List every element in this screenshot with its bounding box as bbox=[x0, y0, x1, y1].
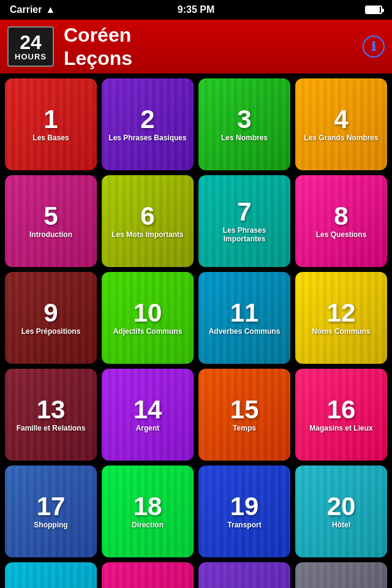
lesson-tile-7[interactable]: 7Les Phrases Importantes bbox=[198, 175, 290, 267]
lesson-tile-24[interactable]: 24Autres bbox=[295, 562, 387, 588]
app-logo: 24 HOURS bbox=[7, 26, 54, 67]
lesson-tile-22[interactable]: 22Voyages bbox=[102, 562, 194, 588]
battery-icon bbox=[365, 6, 382, 14]
carrier-label: Carrier bbox=[10, 4, 42, 15]
lesson-label-17: Shopping bbox=[34, 521, 67, 529]
lesson-tile-19[interactable]: 19Transport bbox=[198, 466, 290, 557]
lesson-tile-15[interactable]: 15Temps bbox=[198, 369, 290, 461]
lesson-label-18: Direction bbox=[132, 521, 164, 529]
logo-24: 24 bbox=[20, 32, 42, 52]
lesson-num-3: 3 bbox=[237, 107, 251, 132]
lesson-tile-14[interactable]: 14Argent bbox=[102, 369, 194, 461]
app-header: 24 HOURS CoréenLeçons ℹ bbox=[0, 20, 392, 74]
lesson-num-6: 6 bbox=[140, 203, 154, 229]
lesson-num-20: 20 bbox=[327, 494, 356, 519]
lesson-num-18: 18 bbox=[134, 494, 162, 519]
lesson-num-9: 9 bbox=[43, 300, 58, 326]
lesson-label-11: Adverbes Communs bbox=[209, 327, 281, 336]
lesson-num-17: 17 bbox=[37, 494, 66, 519]
lesson-label-8: Les Questions bbox=[316, 230, 367, 239]
lesson-label-12: Noms Communs bbox=[312, 327, 370, 336]
lesson-tile-6[interactable]: 6Les Mots Importants bbox=[102, 175, 194, 267]
status-bar: Carrier ▲ 9:35 PM bbox=[0, 0, 392, 20]
lesson-num-4: 4 bbox=[334, 107, 348, 132]
lesson-tile-13[interactable]: 13Famille et Relations bbox=[5, 369, 97, 461]
lesson-num-1: 1 bbox=[43, 107, 58, 132]
lesson-tile-5[interactable]: 5Introduction bbox=[5, 175, 97, 267]
lesson-tile-11[interactable]: 11Adverbes Communs bbox=[198, 272, 290, 364]
app-title: CoréenLeçons bbox=[64, 23, 132, 70]
lesson-label-9: Les Prépositions bbox=[21, 327, 81, 336]
lesson-tile-2[interactable]: 2Les Phrases Basiques bbox=[102, 78, 194, 170]
lesson-tile-9[interactable]: 9Les Prépositions bbox=[5, 272, 97, 364]
lesson-num-5: 5 bbox=[43, 203, 58, 229]
lesson-label-10: Adjectifs Communs bbox=[113, 327, 183, 336]
lesson-tile-16[interactable]: 16Magasins et Lieux bbox=[295, 369, 387, 461]
lesson-tile-18[interactable]: 18Direction bbox=[102, 466, 194, 557]
lesson-tile-21[interactable]: 21Restaurant bbox=[5, 562, 97, 588]
lesson-num-19: 19 bbox=[230, 494, 259, 519]
lesson-tile-23[interactable]: 23Affaire/ Travail bbox=[198, 562, 290, 588]
lesson-label-14: Argent bbox=[136, 424, 160, 432]
lesson-num-2: 2 bbox=[140, 107, 154, 132]
lesson-num-13: 13 bbox=[37, 397, 66, 423]
lesson-tile-20[interactable]: 20Hôtel bbox=[295, 466, 387, 557]
lesson-label-13: Famille et Relations bbox=[17, 424, 86, 432]
lesson-label-15: Temps bbox=[233, 424, 256, 432]
lesson-num-7: 7 bbox=[237, 199, 251, 225]
lesson-tile-17[interactable]: 17Shopping bbox=[5, 466, 97, 557]
lesson-num-8: 8 bbox=[334, 203, 348, 229]
lesson-num-16: 16 bbox=[327, 397, 356, 423]
lesson-tile-1[interactable]: 1Les Bases bbox=[5, 78, 97, 170]
lesson-num-15: 15 bbox=[230, 397, 259, 423]
lesson-label-2: Les Phrases Basiques bbox=[108, 134, 186, 142]
lessons-grid: 1Les Bases2Les Phrases Basiques3Les Nomb… bbox=[0, 74, 392, 588]
lesson-label-16: Magasins et Lieux bbox=[309, 424, 372, 432]
lesson-label-19: Transport bbox=[227, 521, 261, 529]
status-left: Carrier ▲ bbox=[10, 4, 55, 15]
lesson-label-4: Les Grands Nombres bbox=[304, 134, 378, 142]
lesson-label-7: Les Phrases Importantes bbox=[201, 226, 288, 244]
status-right bbox=[365, 6, 382, 14]
info-button[interactable]: ℹ bbox=[363, 36, 385, 58]
lesson-label-20: Hôtel bbox=[332, 521, 350, 529]
lesson-tile-12[interactable]: 12Noms Communs bbox=[295, 272, 387, 364]
lesson-tile-8[interactable]: 8Les Questions bbox=[295, 175, 387, 267]
lesson-tile-10[interactable]: 10Adjectifs Communs bbox=[102, 272, 194, 364]
status-time: 9:35 PM bbox=[178, 4, 214, 15]
lesson-label-5: Introduction bbox=[29, 230, 72, 239]
lesson-label-6: Les Mots Importants bbox=[111, 230, 183, 239]
logo-hours: HOURS bbox=[15, 52, 47, 61]
wifi-icon: ▲ bbox=[45, 4, 55, 15]
lesson-tile-3[interactable]: 3Les Nombres bbox=[198, 78, 290, 170]
lesson-num-12: 12 bbox=[327, 300, 356, 326]
lesson-num-10: 10 bbox=[134, 300, 162, 326]
lesson-tile-4[interactable]: 4Les Grands Nombres bbox=[295, 78, 387, 170]
lesson-label-3: Les Nombres bbox=[221, 134, 268, 142]
lesson-label-1: Les Bases bbox=[32, 134, 69, 142]
lesson-num-11: 11 bbox=[230, 300, 259, 326]
lesson-num-14: 14 bbox=[134, 397, 162, 423]
